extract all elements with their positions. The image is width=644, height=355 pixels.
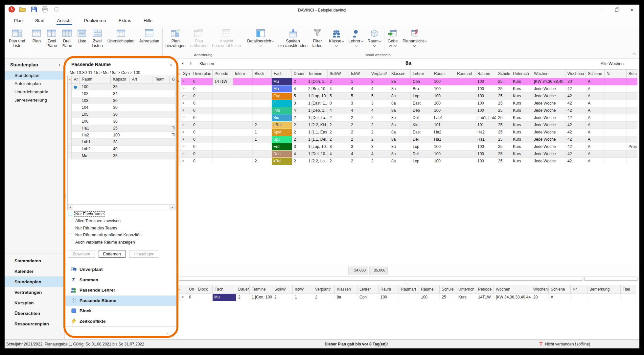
room-row[interactable]: Lab138 xyxy=(68,139,175,146)
zwei-listen-button[interactable]: ZweiListen xyxy=(89,26,105,53)
checkbox-box[interactable] xyxy=(68,233,72,237)
checkbox-box[interactable] xyxy=(68,240,72,244)
checkbox-allen-terminen-zuweisen[interactable]: Allen Terminen zuweisen xyxy=(68,218,141,225)
room-row[interactable]: 10530 xyxy=(68,111,175,118)
sidebar-item-unterrichtsmatrix[interactable]: Unterrichtsmatrix xyxy=(5,88,64,96)
column-header-lehrer[interactable]: Lehrer xyxy=(411,70,432,78)
sidebar-module-stammdaten[interactable]: Stammdaten xyxy=(5,255,64,266)
sidebar-collapse-icon[interactable]: ‹ xyxy=(59,62,60,67)
main-hscrollbar[interactable] xyxy=(178,276,638,281)
cell-syn[interactable]: > xyxy=(181,129,191,136)
checkbox-nur-fachräume[interactable]: Nur Fachräume xyxy=(68,210,141,218)
room-row[interactable]: 10330 xyxy=(68,97,175,104)
column-header-ge[interactable]: Ge xyxy=(170,76,175,83)
column-header-schueler[interactable]: Schüle xyxy=(496,70,511,78)
column-header-titel[interactable]: Titel xyxy=(621,285,635,294)
column-header-periode[interactable]: Periode xyxy=(476,285,494,294)
column-header-soll[interactable]: Soll/W xyxy=(272,285,293,294)
column-header-raeume[interactable]: Räume xyxy=(475,70,496,78)
column-header-klassen[interactable]: Klassen xyxy=(389,70,411,78)
column-header-syn[interactable] xyxy=(180,285,187,294)
cell-syn[interactable]: > xyxy=(180,294,187,301)
ribbon-collapse-icon[interactable] xyxy=(633,53,636,56)
sidebar-item-jahresverteilung[interactable]: Jahresverteilung xyxy=(5,96,64,104)
column-header-kapazitaet[interactable]: Kapazit xyxy=(111,76,130,83)
column-header-bemerkung[interactable]: Bem xyxy=(627,70,637,78)
column-header-fach[interactable]: Fach xyxy=(213,285,236,294)
checkbox-box[interactable] xyxy=(68,212,72,216)
column-header-unterricht[interactable]: Unterrich xyxy=(511,70,532,78)
pane-item-passende-raeume[interactable]: Passende Räume xyxy=(65,296,177,306)
column-header-intern[interactable]: Intern xyxy=(233,70,253,78)
entfernen-button[interactable]: Entfernen xyxy=(99,250,126,258)
column-header-schiene[interactable]: Schiene xyxy=(549,285,571,294)
lesson-row[interactable]: >0Erd31 [Lop, 10...3338aLop10010025KursJ… xyxy=(177,143,637,151)
lesson-row[interactable]: >0F31 [East, 1...0338aEast10010025KursJe… xyxy=(177,100,637,107)
pane-item-summen[interactable]: ΣSummen xyxy=(65,275,177,285)
column-header-nr[interactable]: Nr xyxy=(605,70,627,78)
lesson-row[interactable]: >01SpM21 [1.1, Eas...2228aEastHa2Ha225Ku… xyxy=(177,129,637,136)
minimize-button[interactable] xyxy=(594,5,609,15)
lesson-row[interactable]: >0Ma42 [Bru, 10...4448aBru10010025KursJe… xyxy=(177,85,637,93)
scrollbar-segment[interactable] xyxy=(585,277,637,281)
weeks-filter-label[interactable]: Alle Wochen xyxy=(601,61,624,66)
column-header-team[interactable]: Team xyxy=(152,76,170,83)
menu-item-plan[interactable]: Plan xyxy=(13,17,23,24)
column-header-syn[interactable]: Syn xyxy=(181,70,191,78)
close-button[interactable]: × xyxy=(624,5,639,15)
column-header-art[interactable]: Art xyxy=(130,76,153,83)
cell-syn[interactable]: > xyxy=(181,136,191,143)
column-header-wochen[interactable]: Wochen xyxy=(494,285,531,294)
room-row[interactable]: 10234 xyxy=(68,90,175,97)
cell-syn[interactable]: > xyxy=(181,107,191,114)
column-header-unterricht[interactable]: Unterrich xyxy=(456,285,476,294)
sidebar-module-kursplan[interactable]: Kursplan xyxy=(5,297,64,308)
column-header-ist[interactable]: Ist/W xyxy=(293,285,313,294)
column-header-unverplant[interactable]: Un xyxy=(187,285,196,294)
column-header-wochen[interactable]: Wochen xyxy=(532,70,565,78)
cell-syn[interactable]: > xyxy=(181,100,191,107)
column-header-verplant[interactable]: Verplant/ xyxy=(369,70,389,78)
column-header-nr[interactable]: Nr xyxy=(571,285,587,294)
cell-syn[interactable]: > xyxy=(181,122,191,129)
plan-hinzufuegen-button[interactable]: Planhinzufügen xyxy=(163,26,188,53)
scroll-track[interactable] xyxy=(73,205,170,210)
column-header-raum[interactable]: Raum xyxy=(432,70,455,78)
room-row[interactable]: 10630 xyxy=(68,118,175,125)
uebersichtsplan-button[interactable]: Übersichtsplan xyxy=(105,26,137,53)
pane-item-unverplant[interactable]: Unverplant xyxy=(65,264,177,275)
column-header-dauer[interactable]: Dauer xyxy=(236,285,250,294)
column-header-raum[interactable]: Raum xyxy=(379,285,399,294)
panel-collapse-icon[interactable]: ‹ xyxy=(170,61,172,67)
gehe-zu-button[interactable]: Gehezu xyxy=(385,26,400,53)
cell-syn[interactable]: > xyxy=(181,78,191,85)
column-header-termine[interactable]: Termine xyxy=(250,285,272,294)
drei-plaene-button[interactable]: DreiPläne xyxy=(59,26,74,53)
menu-item-start[interactable]: Start xyxy=(34,17,45,24)
column-header-ar[interactable]: Ar xyxy=(72,76,80,83)
column-header-ist[interactable]: Ist/W xyxy=(349,70,369,78)
checkbox-nur-räume-des-teams[interactable]: Nur Räume des Teams xyxy=(68,225,141,232)
scrollbar-thumb[interactable] xyxy=(179,277,582,281)
cell-syn[interactable]: > xyxy=(181,158,191,165)
sidebar-overflow[interactable]: ... xyxy=(54,329,58,334)
lesson-row[interactable]: ▸>014T1WMu21 [Con, 1...2128aCon10010025K… xyxy=(177,78,637,85)
lesson-row[interactable]: >0Deu41 [Del, 10...4448aDel10010025KursJ… xyxy=(177,151,637,158)
room-row[interactable]: Lab240 xyxy=(68,146,175,153)
detailbereich-button[interactable]: Detailbereich xyxy=(245,26,276,53)
zwei-plaene-button[interactable]: ZweiPläne xyxy=(44,26,59,53)
column-header-raum[interactable]: Raum xyxy=(80,76,111,83)
sidebar-module-vertretungen[interactable]: Vertretungen xyxy=(5,287,64,297)
filter-laden-button[interactable]: Filterladen xyxy=(310,26,325,53)
spalten-ein-ausblenden-button[interactable]: Spaltenein-/ausblenden xyxy=(276,26,310,53)
checkbox-nur-räume-mit-genügend-kapazität[interactable]: Nur Räume mit genügend Kapazität xyxy=(68,232,141,239)
column-header-raeume[interactable]: Räume xyxy=(419,285,440,294)
cell-syn[interactable]: > xyxy=(181,151,191,157)
lesson-row[interactable]: >0Bio21 [Del, La...2228aDelLab1Lab1, Lab… xyxy=(177,114,637,122)
column-header-dauer[interactable]: Dauer xyxy=(292,70,306,78)
room-row[interactable]: Mu35 xyxy=(68,153,175,159)
column-header-schueler[interactable]: Schüle xyxy=(440,285,456,294)
column-header-wochenanzahl[interactable]: Wochena xyxy=(565,70,586,78)
room-row[interactable]: 10430 xyxy=(68,104,175,111)
sidebar-module-stundenplan[interactable]: Stundenplan xyxy=(5,276,64,287)
